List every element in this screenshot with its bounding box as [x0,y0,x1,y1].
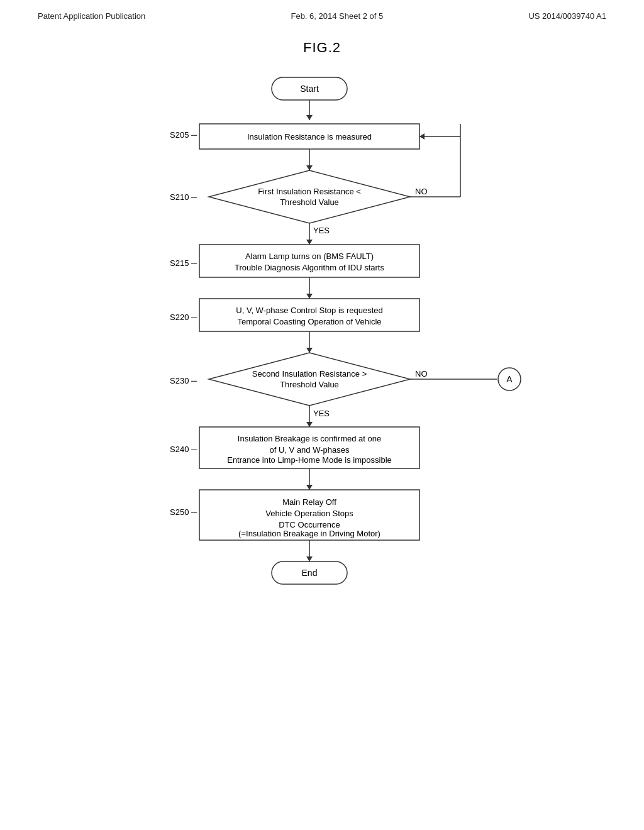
svg-marker-28 [419,133,425,140]
svg-marker-2 [306,115,313,120]
s215-text-line1: Alarm Lamp turns on (BMS FAULT) [245,252,374,261]
s230-yes-label: YES [313,409,330,418]
step-label-s215: S215 ─ [170,258,197,268]
s250-text-line2: Vehicle Operation Stops [265,509,353,518]
svg-marker-8 [306,240,313,245]
svg-marker-6 [209,170,410,223]
svg-marker-20 [306,485,313,490]
s250-text-line1: Main Relay Off [282,497,336,507]
header-center: Feb. 6, 2014 Sheet 2 of 5 [291,11,383,21]
svg-marker-23 [306,556,313,562]
page-header: Patent Application Publication Feb. 6, 2… [0,0,644,27]
s230-no-label: NO [415,369,428,379]
svg-marker-14 [306,348,313,353]
svg-marker-11 [306,294,313,299]
s250-text-line4: (=Insulation Breakage in Driving Motor) [238,529,380,538]
step-label-s210: S210 ─ [170,192,197,202]
s230-text-line2: Threshold Value [280,380,339,389]
svg-rect-9 [199,245,419,277]
step-label-s240: S240 ─ [170,445,197,454]
step-label-s230: S230 ─ [170,376,197,385]
s210-yes-label: YES [313,226,330,235]
s210-no-label: NO [415,187,428,196]
header-left: Patent Application Publication [38,11,145,21]
flowchart-svg: Start S205 ─ Insulation Resistance is me… [102,71,542,731]
s230-text-line1: Second Insulation Resistance > [252,369,367,379]
s210-text-line2: Threshold Value [280,197,339,207]
s220-text-line1: U, V, W-phase Control Stop is requested [236,306,382,315]
step-label-s220: S220 ─ [170,313,197,322]
start-label: Start [300,84,319,94]
figure-title: FIG.2 [303,40,341,56]
diagram-area: FIG.2 Start S205 ─ Insulation Resistance… [0,27,644,731]
s240-text-line1: Insulation Breakage is confirmed at one [238,434,381,443]
s240-text-line2: of U, V and W-phases [270,445,350,455]
step-label-s250: S250 ─ [170,507,197,517]
end-label: End [302,568,318,578]
s210-text-line1: First Insulation Resistance < [258,187,361,196]
header-right: US 2014/0039740 A1 [528,11,606,21]
svg-marker-17 [306,422,313,427]
svg-marker-5 [306,165,313,170]
svg-marker-15 [209,353,410,406]
connector-a-label: A [506,374,513,384]
step-label-s205: S205 ─ [170,130,197,140]
s250-text-line3: DTC Occurrence [279,520,340,529]
s215-text-line2: Trouble Diagnosis Algorithm of IDU start… [235,263,384,272]
s220-text-line2: Temporal Coasting Operation of Vehicle [237,317,381,326]
s240-text-line3: Entrance into Limp-Home Mode is impossib… [227,455,392,465]
svg-rect-12 [199,299,419,331]
s205-text: Insulation Resistance is measured [247,132,372,141]
